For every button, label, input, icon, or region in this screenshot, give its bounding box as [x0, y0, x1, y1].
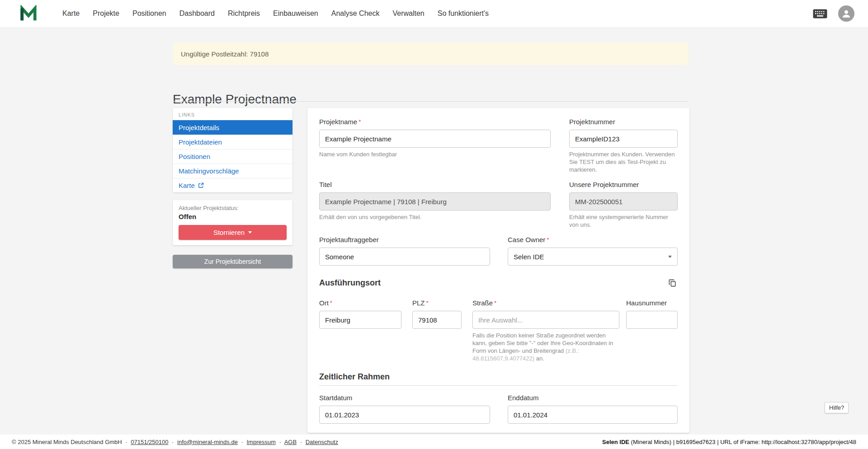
sidebar-item-label: Projektdetails	[179, 124, 219, 131]
ort-input[interactable]	[319, 311, 401, 329]
nav-item-positionen[interactable]: Positionen	[132, 9, 166, 18]
user-avatar[interactable]	[838, 5, 854, 22]
stornieren-button-label: Stornieren	[213, 229, 245, 236]
sidebar-item-karte[interactable]: Karte	[173, 178, 292, 192]
titel-input	[319, 192, 551, 210]
case-owner-select[interactable]: Selen IDE	[508, 248, 678, 266]
enddatum-input[interactable]	[508, 406, 678, 424]
strasse-field-group: Straße* Falls die Position keiner Straße…	[472, 299, 619, 362]
form-row-titel-mmnummer: Titel Erhält den von uns vorgegebenen Ti…	[319, 181, 678, 229]
titel-label: Titel	[319, 181, 551, 189]
sidebar-item-label: Projektdateien	[179, 138, 222, 146]
form-row-auftraggeber-owner: Projektauftraggeber Case Owner* Selen ID…	[319, 236, 678, 266]
nav-items: Karte Projekte Positionen Dashboard Rich…	[62, 9, 489, 18]
footer-separator: ·	[125, 439, 127, 445]
caret-down-icon	[248, 231, 252, 234]
case-owner-selected-value: Selen IDE	[514, 253, 544, 261]
title-divider	[173, 101, 689, 102]
nav-item-projekte[interactable]: Projekte	[93, 9, 119, 18]
label-text: Straße	[472, 299, 493, 307]
strasse-input[interactable]	[472, 311, 619, 329]
label-text: Projektname	[319, 118, 357, 126]
sidebar-item-projektdateien[interactable]: Projektdateien	[173, 135, 292, 149]
page-title: Example Projectname	[173, 92, 297, 107]
footer-separator: ·	[172, 439, 174, 445]
startdatum-field-group: Startdatum	[319, 394, 490, 424]
footer-session-info: Selen IDE (Mineral Minds) | b91695ed7623…	[602, 439, 856, 445]
nav-item-verwalten[interactable]: Verwalten	[392, 9, 424, 18]
ausfuehrungsort-section-header: Ausführungsort	[319, 277, 678, 288]
label-text: PLZ	[412, 299, 425, 307]
sidebar-item-label: Karte	[179, 182, 195, 189]
zeitlicher-rahmen-section-header: Zeitlicher Rahmen	[319, 372, 678, 386]
nav-right	[813, 5, 854, 22]
project-overview-button[interactable]: Zur Projektübersicht	[173, 255, 292, 268]
footer-link-email[interactable]: info@mineral-minds.de	[177, 439, 238, 445]
footer-link-agb[interactable]: AGB	[284, 439, 297, 445]
sidebar-links-card: LINKS Projektdetails Projektdateien Posi…	[173, 108, 292, 192]
unsere-projektnummer-label: Unsere Projektnummer	[569, 181, 678, 189]
projektnummer-field-group: Projektnummer Projektnummer des Kunden. …	[569, 118, 678, 173]
nav-item-richtpreis[interactable]: Richtpreis	[228, 9, 260, 18]
footer-link-impressum[interactable]: Impressum	[246, 439, 275, 445]
nav-item-so-funktionierts[interactable]: So funktioniert's	[438, 9, 489, 18]
nav-item-analyse-check[interactable]: Analyse Check	[331, 9, 380, 18]
plz-field-group: PLZ*	[412, 299, 462, 362]
hausnummer-field-group: Hausnummer	[626, 299, 678, 362]
required-asterisk: *	[494, 299, 496, 306]
footer-session-details: (Mineral Minds) | b91695ed7623 | URL of …	[629, 439, 856, 445]
unsere-projektnummer-helper: Erhält eine systemgenerierte Nummer von …	[569, 213, 678, 229]
projektauftraggeber-label: Projektauftraggeber	[319, 236, 490, 244]
page-content: Ungültige Postleitzahl: 79108 Example Pr…	[0, 28, 868, 435]
help-button[interactable]: Hilfe?	[825, 402, 849, 413]
titel-field-group: Titel Erhält den von uns vorgegebenen Ti…	[319, 181, 551, 229]
projektnummer-input[interactable]	[569, 130, 678, 148]
enddatum-field-group: Enddatum	[508, 394, 678, 424]
warning-alert-text: Ungültige Postleitzahl: 79108	[181, 50, 269, 58]
label-text: Ort	[319, 299, 329, 307]
sidebar-links-header: LINKS	[173, 108, 292, 120]
projektname-field-group: Projektname* Name vom Kunden festlegbar	[319, 118, 551, 173]
footer-link-phone[interactable]: 07151/250100	[131, 439, 168, 445]
required-asterisk: *	[547, 236, 549, 243]
ort-field-group: Ort*	[319, 299, 401, 362]
form-row-address: Ort* PLZ* Straße* Falls die Position kei…	[319, 299, 678, 362]
zeitlicher-rahmen-heading: Zeitlicher Rahmen	[319, 372, 390, 381]
sidebar-item-label: Positionen	[179, 153, 210, 160]
sidebar-item-projektdetails[interactable]: Projektdetails	[173, 120, 292, 135]
external-link-icon	[198, 182, 204, 188]
projektauftraggeber-field-group: Projektauftraggeber	[319, 236, 490, 266]
keyboard-icon[interactable]	[813, 9, 827, 19]
person-icon	[841, 9, 851, 19]
projektname-input[interactable]	[319, 130, 551, 148]
nav-item-einbauweisen[interactable]: Einbauweisen	[273, 9, 318, 18]
stornieren-button[interactable]: Stornieren	[179, 225, 287, 240]
projektauftraggeber-input[interactable]	[319, 248, 490, 266]
copy-icon	[668, 279, 677, 287]
footer-link-datenschutz[interactable]: Datenschutz	[306, 439, 338, 445]
footer-copyright: © 2025 Mineral Minds Deutschland GmbH	[12, 439, 122, 445]
plz-input[interactable]	[412, 311, 462, 329]
titel-helper: Erhält den von uns vorgegebenen Titel.	[319, 213, 551, 221]
projektnummer-label: Projektnummer	[569, 118, 678, 126]
project-status-value: Offen	[179, 213, 287, 220]
enddatum-label: Enddatum	[508, 394, 678, 402]
projektname-helper: Name vom Kunden festlegbar	[319, 150, 551, 158]
hausnummer-label: Hausnummer	[626, 299, 678, 307]
nav-item-dashboard[interactable]: Dashboard	[179, 9, 215, 18]
hausnummer-input[interactable]	[626, 311, 678, 329]
sidebar-item-positionen[interactable]: Positionen	[173, 149, 292, 164]
projektnummer-helper: Projektnummer des Kunden. Verwenden Sie …	[569, 150, 678, 173]
startdatum-input[interactable]	[319, 406, 490, 424]
sidebar-item-matchingvorschlaege[interactable]: Matchingvorschläge	[173, 164, 292, 178]
copy-address-button[interactable]	[667, 278, 678, 288]
label-text: Case Owner	[508, 236, 545, 243]
nav-item-karte[interactable]: Karte	[62, 9, 80, 18]
footer-separator: ·	[241, 439, 243, 445]
form-row-name-number: Projektname* Name vom Kunden festlegbar …	[319, 118, 678, 173]
brand-logo[interactable]	[18, 4, 39, 23]
case-owner-label: Case Owner*	[508, 236, 678, 244]
section-divider	[319, 385, 678, 386]
strasse-helper-part2: an.	[534, 355, 544, 362]
strasse-helper: Falls die Position keiner Straße zugeord…	[472, 332, 619, 362]
